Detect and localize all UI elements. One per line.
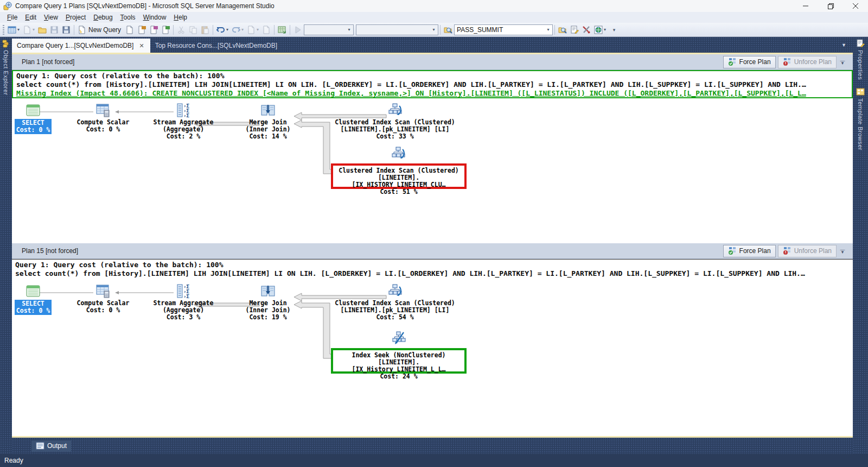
restore-button[interactable] [818,0,843,12]
plan15-query-sql-line: select count(*) from [History].[LINEITEM… [15,269,850,278]
plan15-toolbar-overflow[interactable]: —▾ [839,245,846,257]
sidebar-item-template-browser[interactable]: Template Browser [856,85,865,153]
browse-connection-button[interactable] [442,24,454,36]
save-button[interactable] [48,24,60,36]
app-icon [3,2,12,10]
plan15-node-stream-aggregate[interactable]: Stream Aggregate (Aggregate) Cost: 3 % [145,283,221,321]
toolbar-grip[interactable] [3,25,4,35]
toolbar-separator [554,25,555,35]
menu-help[interactable]: Help [170,12,191,22]
status-text: Ready [0,457,23,464]
plan15-unforce-plan-button[interactable]: Unforce Plan [778,245,837,257]
navigate-forward-button[interactable] [260,24,272,36]
new-xmla-query-button[interactable] [159,24,171,36]
plan1-node-select[interactable]: SELECT Cost: 0 % [15,103,52,134]
output-label: Output [47,442,67,450]
menu-project[interactable]: Project [62,12,90,22]
plan1-node-compute-scalar[interactable]: Compute Scalar Cost: 0 % [71,103,136,133]
new-database-query-button[interactable] [124,24,136,36]
activity-monitor-button[interactable]: ▾ [21,24,36,36]
menu-debug[interactable]: Debug [90,12,116,22]
database-combo-1[interactable]: ▾ [304,24,354,35]
tab-compare-query-plans[interactable]: Compare Query 1...[SQLvNextDemoDB] ✕ [12,39,150,53]
tab-label: Top Resource Cons...[SQLvNextDemoDB] [155,42,277,49]
close-icon[interactable]: ✕ [138,42,145,49]
chevron-down-icon: ▾ [430,25,438,35]
merge-join-icon [260,103,276,118]
web-browser-button[interactable]: ▾ [592,24,608,36]
paste-button[interactable] [199,24,211,36]
selected-node-highlight: SELECT Cost: 0 % [15,300,52,315]
toolbar-separator [440,25,441,35]
toolbar-separator [290,25,290,35]
plan1-node-stream-aggregate[interactable]: Stream Aggregate (Aggregate) Cost: 2 % [145,103,221,140]
plan15-node-index-seek[interactable]: Index Seek (NonClustered) [LINEITEM].[IX… [331,348,467,374]
toolbar-overflow-button[interactable]: ▾ [608,24,620,36]
menu-window[interactable]: Window [139,12,170,22]
save-all-button[interactable] [60,24,72,36]
tools-options-button[interactable] [580,24,592,36]
open-file-button[interactable] [36,24,48,36]
minimize-button[interactable] [793,0,818,12]
plan15-node-compute-scalar[interactable]: Compute Scalar Cost: 0 % [71,283,136,314]
properties-window-button[interactable] [569,24,580,36]
plan1-node-clustered-index-scan-pk[interactable]: Clustered Index Scan (Clustered) [LINEIT… [324,103,465,140]
menu-edit[interactable]: Edit [21,12,40,22]
compute-scalar-icon [95,283,111,299]
plan15-node-merge-join[interactable]: Merge Join (Inner Join) Cost: 19 % [238,283,298,321]
plan1-missing-index-link[interactable]: Missing Index (Impact 48.6606): CREATE N… [16,89,848,98]
toolbar-separator [74,25,74,35]
undo-button[interactable]: ▾ [215,24,230,36]
navigate-backward-button[interactable]: ▾ [245,24,260,36]
new-query-button[interactable]: New Query [76,24,124,36]
unforce-plan-icon [783,247,792,255]
redo-button[interactable]: ▾ [230,24,245,36]
plan1-toolbar-overflow[interactable]: —▾ [839,56,846,68]
cut-button[interactable] [175,24,187,36]
plan15-header: Plan 15 [not forced] Force Plan Unforce … [12,243,853,259]
index-seek-icon [391,330,406,347]
menu-tools[interactable]: Tools [117,12,139,22]
plan1-header: Plan 1 [not forced] Force Plan Unforce P… [12,54,853,70]
plan1-force-plan-button[interactable]: Force Plan [723,56,776,68]
plan15-node-clustered-index-scan-pk[interactable]: Clustered Index Scan (Clustered) [LINEIT… [324,283,465,321]
plan1-node-clustered-index-scan-history[interactable]: Clustered Index Scan (Clustered) [LINEIT… [331,163,467,189]
title-bar: Compare Query 1 Plans [SQLvNextDemoDB] -… [0,0,868,12]
plan1-unforce-plan-button[interactable]: Unforce Plan [778,56,837,68]
tab-top-resource-consumers[interactable]: Top Resource Cons...[SQLvNextDemoDB] [150,39,282,53]
connection-combo[interactable]: PASS_SUMMIT ▾ [454,24,553,35]
window-title: Compare Query 1 Plans [SQLvNextDemoDB] -… [15,2,793,10]
properties-label: Properties [857,50,864,80]
new-dmx-query-button[interactable] [148,24,159,36]
plan15-node-select[interactable]: SELECT Cost: 0 % [15,283,52,315]
database-combo-2[interactable]: ▾ [356,24,438,35]
output-panel-tab[interactable]: Output [31,440,71,452]
properties-icon [856,39,865,48]
toolbar-separator [173,25,174,35]
execute-button[interactable] [292,24,304,36]
new-connection-button[interactable]: ▾ [6,24,21,36]
tab-list-chevron-icon[interactable]: ▼ [839,41,848,49]
result-icon [25,283,41,299]
find-in-objects-button[interactable] [557,24,569,36]
template-browser-icon [856,87,865,96]
plan15-force-plan-button[interactable]: Force Plan [723,245,776,257]
export-report-button[interactable] [276,24,288,36]
selected-node-highlight: SELECT Cost: 0 % [15,119,52,134]
merge-join-icon [260,283,276,299]
object-explorer-icon [2,39,10,48]
clustered-index-scan-icon [391,146,406,163]
sidebar-item-properties[interactable]: Properties [856,37,865,82]
bottom-panel-strip: Output [12,438,853,454]
sidebar-item-object-explorer[interactable]: Object Explorer [2,37,10,97]
copy-button[interactable] [187,24,199,36]
menu-file[interactable]: File [3,12,21,22]
template-browser-label: Template Browser [857,98,864,150]
plan1-node-merge-join[interactable]: Merge Join (Inner Join) Cost: 14 % [238,103,298,140]
document-tab-strip: Compare Query 1...[SQLvNextDemoDB] ✕ Top… [12,37,853,53]
chevron-down-icon: ▾ [345,25,353,35]
close-button[interactable] [843,0,868,12]
menu-view[interactable]: View [40,12,62,22]
new-mdx-query-button[interactable] [136,24,148,36]
new-query-label: New Query [88,26,122,34]
